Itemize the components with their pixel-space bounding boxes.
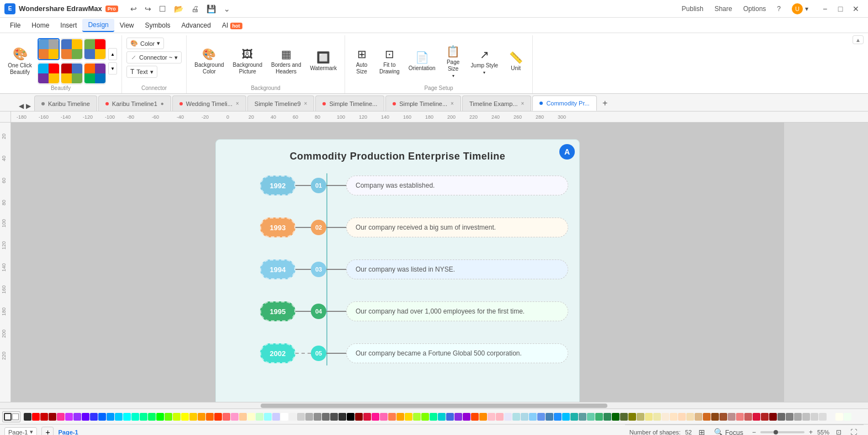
page-selector[interactable]: Page-1 ▾ [4,427,37,435]
redo-button[interactable]: ↪ [141,2,155,15]
bg-picture-button[interactable]: 🖼 BackgroundPicture [230,44,266,79]
color-swatch-65[interactable] [562,413,570,421]
color-swatch-20[interactable] [189,413,197,421]
orientation-button[interactable]: 📄 Orientation [405,44,439,79]
color-swatch-18[interactable] [173,413,181,421]
color-swatch-36[interactable] [322,413,330,421]
theme-3[interactable] [84,38,106,60]
tab-simple-timeline-a[interactable]: Simple Timeline... [315,96,384,111]
color-swatch-1[interactable] [32,413,40,421]
color-swatch-12[interactable] [123,413,131,421]
text-style-button[interactable]: T Text ▾ [126,66,157,78]
open-button[interactable]: 📂 [171,2,187,15]
color-swatch-87[interactable] [744,413,752,421]
menu-advanced[interactable]: Advanced [176,19,216,31]
maximize-button[interactable]: □ [833,1,848,17]
color-swatch-21[interactable] [198,413,205,421]
color-swatch-13[interactable] [131,413,139,421]
theme-1[interactable] [38,38,60,60]
fullscreen-button[interactable]: ⛶ [848,427,859,435]
color-swatch-90[interactable] [769,413,777,421]
page-size-button[interactable]: 📋 PageSize ▾ [441,44,465,79]
menu-ai[interactable]: AI hot [216,19,248,31]
tab-simple-timeline9[interactable]: Simple Timeline9 × [247,96,315,111]
color-swatch-78[interactable] [670,413,678,421]
theme-5[interactable] [61,62,83,84]
tab-commodity[interactable]: Commodity Pr... [532,96,596,111]
stroke-color-tool[interactable] [4,413,12,421]
print-button[interactable]: 🖨 [188,2,202,15]
color-swatch-38[interactable] [338,413,346,421]
color-swatch-67[interactable] [579,413,586,421]
account-button[interactable]: U ▾ [787,1,813,17]
color-swatch-96[interactable] [819,413,827,421]
color-swatch-40[interactable] [355,413,363,421]
color-swatch-53[interactable] [463,413,470,421]
watermark-button[interactable]: 🔲 Watermark [306,44,340,79]
tab-close[interactable]: ● [161,100,164,107]
color-swatch-98[interactable] [835,413,843,421]
color-swatch-48[interactable] [421,413,429,421]
color-swatch-16[interactable] [156,413,164,421]
tab-wedding-timeline[interactable]: Wedding Timeli... × [172,96,246,111]
color-swatch-6[interactable] [73,413,81,421]
color-swatch-24[interactable] [223,413,230,421]
menu-insert[interactable]: Insert [55,19,82,31]
color-swatch-55[interactable] [479,413,487,421]
color-swatch-89[interactable] [761,413,769,421]
color-swatch-7[interactable] [82,413,89,421]
theme-4[interactable] [38,62,60,84]
color-swatch-66[interactable] [570,413,578,421]
color-swatch-61[interactable] [529,413,537,421]
color-swatch-58[interactable] [504,413,512,421]
color-swatch-52[interactable] [454,413,462,421]
color-swatch-47[interactable] [413,413,421,421]
color-swatch-57[interactable] [496,413,504,421]
color-swatch-0[interactable] [24,413,31,421]
color-swatch-32[interactable] [289,413,297,421]
one-click-beautify-button[interactable]: 🎨 One ClickBeautify [4,41,35,81]
jump-style-button[interactable]: ↗ Jump Style ▾ [468,44,501,79]
menu-view[interactable]: View [114,19,140,31]
color-swatch-97[interactable] [827,413,835,421]
color-swatch-73[interactable] [628,413,636,421]
color-swatch-60[interactable] [521,413,528,421]
color-swatch-49[interactable] [430,413,437,421]
color-swatch-45[interactable] [396,413,404,421]
fill-color-tool[interactable] [12,413,19,420]
color-button[interactable]: 🎨 Color ▾ [126,38,164,49]
color-swatch-29[interactable] [264,413,272,421]
auto-size-button[interactable]: ⊞ AutoSize [350,44,374,79]
close-button[interactable]: ✕ [848,1,864,17]
zoom-out-button[interactable]: − [750,427,758,435]
help-button[interactable]: ? [772,3,785,15]
color-swatch-79[interactable] [678,413,686,421]
color-swatch-30[interactable] [272,413,280,421]
color-swatch-99[interactable] [844,413,851,421]
color-swatch-17[interactable] [165,413,172,421]
color-swatch-59[interactable] [512,413,520,421]
color-swatch-86[interactable] [736,413,744,421]
color-swatch-50[interactable] [438,413,446,421]
undo-button[interactable]: ↩ [127,2,140,15]
fit-page-button[interactable]: ⊡ [834,427,844,435]
color-swatch-37[interactable] [330,413,338,421]
color-swatch-27[interactable] [247,413,255,421]
color-swatch-14[interactable] [140,413,147,421]
color-swatch-88[interactable] [753,413,760,421]
layers-button[interactable]: ⊞ [696,427,707,435]
color-swatch-25[interactable] [231,413,239,421]
scrollbar-horizontal[interactable] [0,402,868,409]
color-swatch-43[interactable] [380,413,388,421]
tab-timeline-example[interactable]: Timeline Examp... × [462,96,531,111]
color-swatch-41[interactable] [363,413,371,421]
tab-close[interactable]: × [451,100,454,107]
theme-scroll-down[interactable]: ▼ [108,62,117,75]
fit-to-drawing-button[interactable]: ⊡ Fit toDrawing [376,44,403,79]
color-swatch-3[interactable] [49,413,56,421]
color-swatch-82[interactable] [703,413,711,421]
color-swatch-10[interactable] [107,413,114,421]
color-swatch-28[interactable] [256,413,263,421]
color-swatch-63[interactable] [546,413,553,421]
color-swatch-94[interactable] [802,413,810,421]
